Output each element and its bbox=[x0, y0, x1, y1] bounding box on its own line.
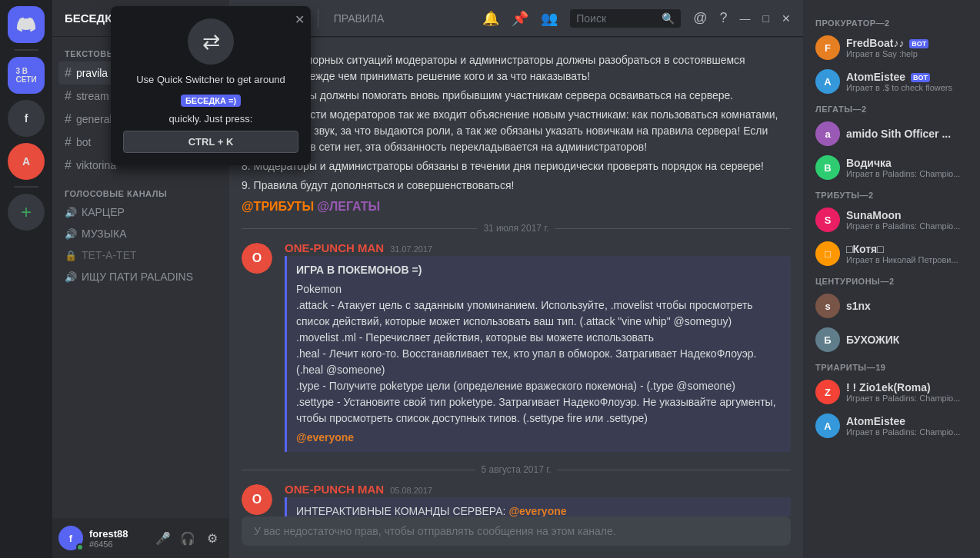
voice-channel-paladins[interactable]: 🔊 ИЩУ ПАТИ PALADINS bbox=[58, 266, 223, 287]
member-name-fredboat: FredBoat♪♪ BOT bbox=[846, 37, 968, 49]
bell-button[interactable]: 🔔 bbox=[482, 10, 499, 27]
channel-header-topic: ПРАВИЛА bbox=[334, 12, 385, 25]
message-author-2[interactable]: ONE-PUNCH MAN bbox=[285, 483, 384, 496]
channel-hash-icon-bot: # bbox=[65, 135, 72, 149]
member-fredboat[interactable]: F FredBoat♪♪ BOT Играет в Say :help bbox=[809, 31, 974, 65]
search-input[interactable] bbox=[576, 12, 658, 25]
user-panel: f forest88 #6456 🎤 🎧 ⚙ bbox=[52, 518, 229, 558]
avatar-img-2: O bbox=[242, 484, 272, 515]
member-info-fredboat: FredBoat♪♪ BOT Играет в Say :help bbox=[846, 37, 968, 58]
member-name-buhozhik: БУХОЖИК bbox=[846, 334, 968, 346]
help-button[interactable]: ? bbox=[720, 10, 728, 26]
channel-item-bot-left: # bot bbox=[65, 135, 91, 149]
rule-6: 6. Модераторы должны помогать вновь приб… bbox=[242, 88, 791, 104]
message-header-2: ONE-PUNCH MAN 05.08.2017 bbox=[285, 483, 791, 496]
channel-name-general: general bbox=[76, 113, 112, 125]
member-ziolek[interactable]: Z ! ! Zio1ek(Roma) Играет в Paladins: Ch… bbox=[809, 375, 974, 409]
member-sunamoon[interactable]: S SunaMoon Играет в Paladins: Champio... bbox=[809, 203, 974, 237]
members-button[interactable]: 👥 bbox=[541, 10, 558, 27]
message-timestamp-2: 05.08.2017 bbox=[390, 486, 432, 495]
member-status-ziolek: Играет в Paladins: Champio... bbox=[846, 394, 968, 403]
pin-button[interactable]: 📌 bbox=[512, 10, 528, 27]
voice-icon-tet: 🔒 bbox=[65, 250, 77, 261]
msg1-line1: ИГРА В ПОКЕМОНОВ =) bbox=[296, 262, 782, 278]
message-group-1: O ONE-PUNCH MAN 31.07.2017 ИГРА В ПОКЕМО… bbox=[229, 240, 803, 455]
member-info-vodichka: Водичка Играет в Paladins: Champio... bbox=[846, 157, 968, 178]
channel-item-stream-left: # stream bbox=[65, 89, 109, 103]
member-name-s1nx: s1nx bbox=[846, 300, 968, 312]
minimize-button[interactable]: — bbox=[740, 12, 751, 25]
member-avatar-buhozhik: Б bbox=[815, 327, 840, 352]
member-atomeis[interactable]: A AtomEistee Играет в Paladins: Champio.… bbox=[809, 409, 974, 443]
rule-5: 5. В случае спорных ситуаций модераторы … bbox=[242, 52, 791, 85]
search-box[interactable]: 🔍 bbox=[570, 9, 681, 28]
voice-icon-muzyka: 🔊 bbox=[65, 228, 77, 240]
channel-hash-icon-viktorina: # bbox=[65, 158, 72, 172]
voice-channel-karcer[interactable]: 🔊 КАРЦЕР bbox=[58, 201, 223, 223]
member-buhozhik[interactable]: Б БУХОЖИК bbox=[809, 323, 974, 357]
member-amido[interactable]: a amido Sith Officer ... bbox=[809, 117, 974, 151]
server-divider-2 bbox=[14, 186, 38, 188]
server-icon-a[interactable]: A bbox=[8, 143, 45, 180]
member-name-vodichka: Водичка bbox=[846, 157, 968, 169]
mention-everyone-1: @everyone bbox=[296, 431, 354, 443]
channel-item-general-left: # general bbox=[65, 112, 112, 126]
message-content-1: ONE-PUNCH MAN 31.07.2017 ИГРА В ПОКЕМОНО… bbox=[285, 241, 791, 453]
voice-channel-muzyka[interactable]: 🔊 МУЗЫКА bbox=[58, 223, 223, 244]
home-server-icon[interactable] bbox=[8, 6, 45, 43]
member-info-atombot: AtomEistee BOT Играет в .$ to check flow… bbox=[846, 71, 968, 92]
deafen-button[interactable]: 🎧 bbox=[177, 527, 198, 549]
member-status-vodichka: Играет в Paladins: Champio... bbox=[846, 169, 968, 178]
user-tag: #6456 bbox=[89, 540, 146, 549]
server-divider bbox=[14, 49, 38, 51]
member-avatar-vodichka: В bbox=[815, 155, 840, 180]
section-prokurator: ПРОКУРАТОР—2 bbox=[809, 12, 974, 31]
bot-badge-atombot: BOT bbox=[911, 73, 930, 82]
user-controls: 🎤 🎧 ⚙ bbox=[152, 527, 223, 549]
member-atombot[interactable]: A AtomEistee BOT Играет в .$ to check fl… bbox=[809, 65, 974, 98]
member-name-atombot: AtomEistee BOT bbox=[846, 71, 968, 83]
rule-8: 8. Модераторы и администраторы обязаны в… bbox=[242, 158, 791, 174]
server-bar: 3 ВСЕТИ f A + bbox=[0, 0, 52, 558]
section-centurions: ЦЕНТУРИОНЫ—2 bbox=[809, 271, 974, 289]
add-server-button[interactable]: + bbox=[8, 194, 45, 231]
member-avatar-amido: a bbox=[815, 121, 840, 146]
quick-switcher-text1: Use Quick Switcher to get around bbox=[123, 74, 298, 85]
section-triarites: ТРИАРИТЫ—19 bbox=[809, 357, 974, 375]
member-name-atomeis: AtomEistee bbox=[846, 415, 968, 427]
server-icon-f[interactable]: f bbox=[8, 100, 45, 137]
member-info-buhozhik: БУХОЖИК bbox=[846, 334, 968, 346]
avatar-letter: f bbox=[69, 533, 72, 544]
member-s1nx[interactable]: s s1nx bbox=[809, 289, 974, 323]
username: forest88 bbox=[89, 528, 146, 540]
message-avatar-2: O bbox=[242, 484, 272, 515]
channel-header: # pravila ПРАВИЛА 🔔 📌 👥 🔍 @ ? — □ ✕ bbox=[229, 0, 803, 37]
member-name-kotya: □Котя□ bbox=[846, 243, 968, 255]
main-content: # pravila ПРАВИЛА 🔔 📌 👥 🔍 @ ? — □ ✕ 5. В… bbox=[229, 0, 803, 558]
header-divider bbox=[318, 9, 318, 28]
member-status-atombot: Играет в .$ to check flowers bbox=[846, 83, 968, 92]
message-author-1[interactable]: ONE-PUNCH MAN bbox=[285, 241, 384, 254]
quick-switcher-close-button[interactable]: ✕ bbox=[295, 12, 305, 27]
voice-icon-karcer: 🔊 bbox=[65, 207, 77, 218]
voice-channel-tet[interactable]: 🔒 ТЕТ-А-ТЕТ bbox=[58, 244, 223, 266]
settings-button[interactable]: ⚙ bbox=[202, 527, 223, 549]
bot-badge-fredboat: BOT bbox=[909, 39, 928, 48]
sidebar: ✕ ⇄ Use Quick Switcher to get around БЕС… bbox=[52, 0, 229, 558]
rules-text-container: 5. В случае спорных ситуаций модераторы … bbox=[229, 49, 803, 217]
maximize-button[interactable]: □ bbox=[763, 12, 769, 25]
member-vodichka[interactable]: В Водичка Играет в Paladins: Champio... bbox=[809, 151, 974, 184]
channel-name-stream: stream bbox=[76, 90, 109, 102]
date-divider-aug5: 5 августа 2017 г. bbox=[229, 458, 803, 481]
mention-everyone-2: @everyone bbox=[508, 505, 566, 516]
mute-button[interactable]: 🎤 bbox=[152, 527, 174, 549]
close-button[interactable]: ✕ bbox=[782, 12, 791, 25]
member-kotya[interactable]: □ □Котя□ Играет в Николай Петрови... bbox=[809, 237, 974, 271]
channel-name-bot: bot bbox=[76, 136, 91, 148]
voice-channel-name-muzyka: МУЗЫКА bbox=[82, 228, 127, 240]
member-name-amido: amido Sith Officer ... bbox=[846, 128, 968, 140]
server-icon-beседка[interactable]: 3 ВСЕТИ bbox=[8, 57, 45, 94]
at-button[interactable]: @ bbox=[693, 10, 707, 26]
member-avatar-sunamoon: S bbox=[815, 208, 840, 232]
member-status-kotya: Играет в Николай Петрови... bbox=[846, 255, 968, 264]
